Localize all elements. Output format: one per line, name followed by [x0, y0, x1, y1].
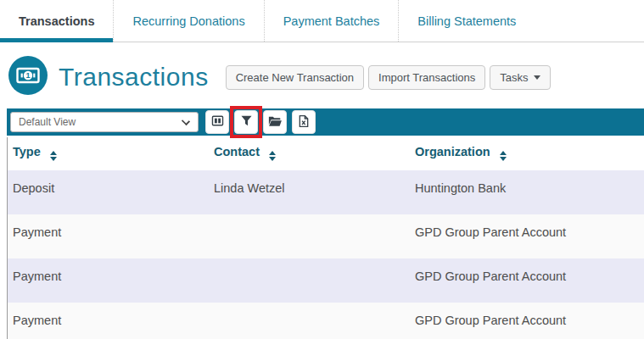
table-row[interactable]: Payment GPD Group Parent Account [8, 303, 644, 339]
create-new-transaction-button[interactable]: Create New Transaction [226, 65, 364, 90]
sort-icon[interactable] [269, 151, 276, 161]
table-row[interactable]: Payment GPD Group Parent Account [8, 258, 644, 303]
tasks-dropdown-button[interactable]: Tasks [490, 65, 551, 90]
cell-organization: GPD Group Parent Account [410, 258, 644, 303]
table-row[interactable]: Payment GPD Group Parent Account [8, 214, 644, 258]
cell-organization: Huntington Bank [410, 170, 644, 214]
cell-type: Payment [8, 258, 209, 303]
excel-export-icon [297, 114, 311, 131]
tab-billing-statements[interactable]: Billing Statements [398, 0, 535, 42]
header-actions: Create New Transaction Import Transactio… [226, 65, 552, 90]
page-title: Transactions [59, 63, 209, 92]
cell-organization: GPD Group Parent Account [410, 214, 644, 258]
view-select-value: Default View [19, 116, 76, 128]
filter-button[interactable] [234, 110, 258, 134]
column-header-organization[interactable]: Organization [410, 137, 644, 170]
open-view-button[interactable] [263, 110, 287, 134]
column-label: Type [13, 145, 41, 158]
transactions-table: Type Contact Organization Deposit [8, 137, 644, 339]
columns-icon [210, 114, 225, 131]
list-toolbar: Default View [7, 108, 644, 136]
sort-icon[interactable] [50, 151, 57, 161]
column-label: Contact [214, 145, 260, 158]
table-row[interactable]: Deposit Linda Wetzel Huntington Bank [8, 170, 644, 214]
transactions-panel: Default View [7, 108, 644, 339]
column-header-contact[interactable]: Contact [209, 137, 410, 170]
cell-type: Deposit [8, 170, 209, 214]
transactions-table-container: Type Contact Organization Deposit [7, 137, 644, 339]
table-header-row: Type Contact Organization [8, 137, 644, 170]
tab-recurring-donations[interactable]: Recurring Donations [113, 0, 263, 42]
view-select[interactable]: Default View [10, 112, 199, 132]
cell-contact [209, 303, 410, 339]
columns-button[interactable] [205, 110, 229, 134]
import-transactions-button[interactable]: Import Transactions [368, 65, 485, 90]
column-label: Organization [415, 145, 490, 158]
tab-payment-batches[interactable]: Payment Batches [264, 0, 399, 42]
tab-label: Recurring Donations [132, 14, 244, 28]
tab-label: Transactions [19, 14, 94, 28]
cell-organization: GPD Group Parent Account [410, 303, 644, 339]
sort-icon[interactable] [500, 151, 507, 161]
tab-label: Payment Batches [283, 14, 380, 28]
money-bill-icon: 1 [8, 56, 48, 98]
cell-type: Payment [8, 303, 209, 339]
cell-contact [209, 214, 410, 258]
filter-icon [239, 114, 254, 131]
caret-down-icon [534, 75, 540, 80]
tab-transactions[interactable]: Transactions [0, 0, 113, 42]
cell-contact [209, 258, 410, 303]
chevron-down-icon [182, 117, 190, 125]
cell-type: Payment [8, 214, 209, 258]
folder-open-icon [267, 114, 283, 131]
tab-bar: Transactions Recurring Donations Payment… [0, 0, 644, 42]
tasks-label: Tasks [500, 71, 528, 84]
column-header-type[interactable]: Type [8, 137, 209, 170]
cell-contact: Linda Wetzel [209, 170, 410, 214]
export-excel-button[interactable] [292, 110, 316, 134]
svg-text:1: 1 [25, 71, 30, 80]
tab-label: Billing Statements [417, 14, 516, 28]
page-header: 1 Transactions Create New Transaction Im… [0, 42, 644, 108]
